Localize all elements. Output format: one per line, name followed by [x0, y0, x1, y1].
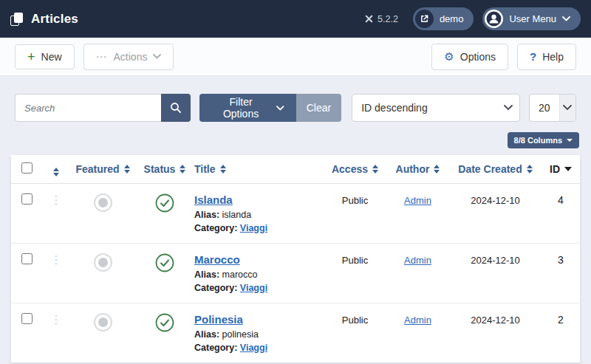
- table-header-row: Featured Status Title Access: [11, 155, 580, 183]
- page-size-value: 20: [530, 102, 559, 114]
- search-input[interactable]: [15, 94, 161, 122]
- alias-value: marocco: [222, 269, 258, 280]
- article-title-link[interactable]: Islanda: [194, 193, 233, 206]
- article-id: 4: [558, 194, 564, 206]
- external-link-icon: [415, 10, 434, 28]
- table-row: ⋮ Polinesia Alias: polinesia Category: V…: [11, 303, 580, 363]
- joomla-logo-icon: [364, 14, 374, 24]
- header-author[interactable]: Author: [396, 163, 440, 175]
- header-featured-label: Featured: [75, 163, 119, 175]
- access-level: Public: [342, 315, 368, 326]
- chevron-down-icon: [153, 54, 161, 59]
- author-link[interactable]: Admin: [404, 255, 431, 266]
- category-label: Category:: [194, 343, 237, 353]
- status-published-icon[interactable]: [155, 313, 174, 335]
- filter-options-label: Filter Options: [211, 96, 270, 120]
- alias-label: Alias:: [194, 269, 219, 280]
- date-created: 2024-12-10: [471, 255, 520, 266]
- chevron-down-icon: [504, 105, 513, 111]
- new-button-label: New: [41, 51, 62, 63]
- drag-handle-icon[interactable]: ⋮: [51, 253, 62, 266]
- status-published-icon[interactable]: [155, 193, 174, 216]
- author-link[interactable]: Admin: [404, 315, 431, 326]
- filter-options-button[interactable]: Filter Options: [199, 94, 296, 122]
- row-checkbox[interactable]: [21, 253, 33, 264]
- header-title-label: Title: [194, 163, 216, 175]
- header-access[interactable]: Access: [332, 163, 378, 175]
- drag-handle-icon[interactable]: ⋮: [51, 313, 62, 326]
- sort-order-select[interactable]: ID descending: [352, 94, 520, 122]
- featured-toggle-icon[interactable]: [94, 313, 112, 332]
- search-button[interactable]: [161, 94, 191, 122]
- options-button[interactable]: ⚙ Options: [431, 44, 508, 70]
- header-title[interactable]: Title: [194, 163, 226, 175]
- article-id: 2: [558, 314, 564, 326]
- top-header-bar: Articles 5.2.2 demo: [0, 0, 591, 38]
- access-level: Public: [342, 195, 368, 206]
- date-created: 2024-12-10: [471, 315, 520, 326]
- table-row: ⋮ Islanda Alias: islanda Category: Viagg…: [11, 183, 580, 243]
- articles-stack-icon: [10, 13, 24, 26]
- columns-toggle-button[interactable]: 8/8 Columns: [508, 132, 579, 148]
- sort-icon: [180, 165, 185, 174]
- action-toolbar: + New ⋯ Actions ⚙ Options ? Help: [0, 38, 591, 76]
- sort-icon: [124, 165, 130, 174]
- help-button-label: Help: [542, 51, 564, 63]
- plus-icon: +: [27, 52, 35, 62]
- user-menu-button[interactable]: User Menu: [482, 7, 581, 30]
- preview-demo-button[interactable]: demo: [413, 7, 474, 30]
- ellipsis-icon: ⋯: [96, 50, 108, 63]
- header-date-created[interactable]: Date Created: [458, 163, 532, 175]
- date-created: 2024-12-10: [471, 195, 520, 206]
- user-menu-label: User Menu: [509, 13, 556, 24]
- alias-label: Alias:: [194, 329, 219, 340]
- author-link[interactable]: Admin: [404, 195, 431, 206]
- category-link[interactable]: Viaggi: [240, 223, 267, 233]
- new-button[interactable]: + New: [15, 44, 75, 69]
- header-ordering[interactable]: [53, 168, 59, 176]
- filter-bar: Filter Options Clear ID descending 20: [0, 76, 591, 122]
- header-date-created-label: Date Created: [458, 163, 522, 175]
- clear-button[interactable]: Clear: [296, 94, 341, 122]
- featured-toggle-icon[interactable]: [94, 193, 112, 212]
- help-button[interactable]: ? Help: [517, 44, 576, 70]
- alias-value: islanda: [222, 210, 252, 220]
- sort-descending-icon: [564, 167, 572, 171]
- page-size-select[interactable]: 20: [529, 94, 576, 122]
- sort-order-value: ID descending: [352, 102, 497, 114]
- header-status[interactable]: Status: [144, 163, 186, 175]
- drag-handle-icon[interactable]: ⋮: [51, 193, 62, 206]
- demo-label: demo: [440, 13, 464, 24]
- row-checkbox[interactable]: [21, 313, 33, 324]
- actions-button[interactable]: ⋯ Actions: [83, 44, 174, 70]
- row-checkbox[interactable]: [21, 193, 33, 205]
- question-mark-icon: ?: [530, 50, 536, 63]
- chevron-down-icon: [562, 16, 570, 21]
- version-text: 5.2.2: [378, 14, 398, 24]
- featured-toggle-icon[interactable]: [94, 253, 112, 272]
- category-link[interactable]: Viaggi: [240, 343, 267, 353]
- chevron-down-icon: [563, 105, 572, 111]
- gear-icon: ⚙: [444, 50, 454, 63]
- columns-button-label: 8/8 Columns: [514, 136, 562, 145]
- access-level: Public: [342, 255, 368, 266]
- header-featured[interactable]: Featured: [75, 163, 129, 175]
- page-title: Articles: [31, 12, 78, 27]
- category-link[interactable]: Viaggi: [240, 283, 267, 293]
- alias-label: Alias:: [194, 210, 219, 220]
- header-id-label: ID: [550, 163, 560, 175]
- chevron-down-icon: [276, 106, 284, 111]
- select-all-checkbox[interactable]: [21, 162, 33, 174]
- sort-icon: [372, 165, 378, 174]
- article-title-link[interactable]: Polinesia: [194, 313, 243, 326]
- article-title-link[interactable]: Marocco: [194, 253, 240, 266]
- category-label: Category:: [194, 283, 237, 293]
- alias-value: polinesia: [222, 329, 259, 340]
- options-button-label: Options: [460, 51, 496, 63]
- sort-icon: [527, 165, 533, 174]
- articles-table-card: Featured Status Title Access: [11, 155, 580, 363]
- articles-table: Featured Status Title Access: [11, 155, 580, 363]
- header-id[interactable]: ID: [550, 163, 572, 175]
- table-row: ⋮ Marocco Alias: marocco Category: Viagg…: [11, 243, 580, 303]
- status-published-icon[interactable]: [155, 253, 174, 275]
